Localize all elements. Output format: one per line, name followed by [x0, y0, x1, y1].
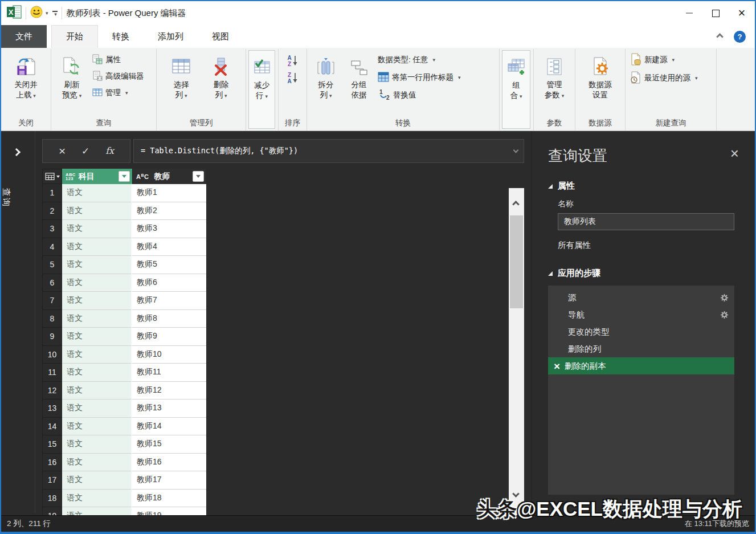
subject-cell[interactable]: 语文 [62, 238, 132, 256]
teacher-cell[interactable]: 教师1 [132, 184, 206, 202]
applied-step[interactable]: 更改的类型 [548, 323, 734, 340]
manage-parameters-button[interactable]: 管理 参数 [536, 50, 573, 101]
tab-home[interactable]: 开始 [51, 25, 98, 48]
table-row[interactable]: 9 语文 教师9 [42, 328, 206, 346]
table-row[interactable]: 7 语文 教师7 [42, 292, 206, 310]
teacher-cell[interactable]: 教师15 [132, 435, 206, 454]
column-header-teacher[interactable]: 教师 [132, 169, 206, 184]
properties-button[interactable]: 属性 [92, 54, 144, 66]
maximize-button[interactable] [702, 1, 729, 25]
data-type-button[interactable]: 数据类型: 任意 [378, 54, 461, 66]
choose-columns-button[interactable]: 选择 列 [163, 50, 199, 101]
teacher-cell[interactable]: 教师14 [132, 418, 206, 436]
smiley-feedback-button[interactable] [30, 6, 48, 21]
table-row[interactable]: 16 语文 教师16 [42, 454, 206, 472]
teacher-cell[interactable]: 教师3 [132, 220, 206, 238]
subject-cell[interactable]: 语文 [62, 202, 132, 221]
table-row[interactable]: 12 语文 教师12 [42, 382, 206, 400]
queries-pane-label[interactable]: 查询 [1, 188, 11, 207]
close-and-load-button[interactable]: 关闭并 上载 [3, 50, 48, 101]
query-name-input[interactable] [558, 213, 734, 230]
subject-cell[interactable]: 语文 [62, 346, 132, 364]
minimize-button[interactable] [676, 1, 702, 25]
teacher-cell[interactable]: 教师17 [132, 471, 206, 490]
filter-button-teacher[interactable] [193, 171, 204, 182]
group-by-button[interactable]: 分组 依据 [342, 50, 375, 100]
close-panel-button[interactable] [730, 146, 739, 161]
subject-cell[interactable]: 语文 [62, 328, 132, 346]
teacher-cell[interactable]: 教师11 [132, 364, 206, 382]
table-row[interactable]: 13 语文 教师13 [42, 400, 206, 418]
help-button[interactable] [734, 31, 746, 43]
subject-cell[interactable]: 语文 [62, 274, 132, 292]
formula-fx-button[interactable] [105, 145, 114, 157]
teacher-cell[interactable]: 教师5 [132, 256, 206, 274]
use-first-row-as-headers-button[interactable]: 将第一行用作标题 [378, 71, 461, 84]
advanced-editor-button[interactable]: 高级编辑器 [92, 70, 144, 83]
sort-ascending-button[interactable]: AZ [284, 54, 301, 67]
sort-descending-button[interactable]: ZA [284, 71, 301, 84]
customize-quick-access-button[interactable] [52, 11, 58, 16]
split-column-button[interactable]: 拆分 列 [309, 50, 342, 101]
table-row[interactable]: 14 语文 教师14 [42, 418, 206, 436]
properties-section-header[interactable]: 属性 [548, 181, 739, 191]
column-header-subject[interactable]: 科目 [62, 169, 132, 184]
subject-cell[interactable]: 语文 [62, 490, 132, 508]
subject-cell[interactable]: 语文 [62, 400, 132, 418]
manage-button[interactable]: 管理 [92, 87, 144, 99]
table-row[interactable]: 4 语文 教师4 [42, 238, 206, 256]
table-row[interactable]: 2 语文 教师2 [42, 202, 206, 221]
teacher-cell[interactable]: 教师4 [132, 238, 206, 256]
formula-cancel-button[interactable] [59, 144, 66, 158]
formula-accept-button[interactable] [81, 145, 89, 157]
table-row[interactable]: 8 语文 教师8 [42, 310, 206, 328]
tab-add-column[interactable]: 添加列 [144, 25, 198, 48]
table-row[interactable]: 6 语文 教师6 [42, 274, 206, 292]
subject-cell[interactable]: 语文 [62, 418, 132, 436]
tab-transform[interactable]: 转换 [98, 25, 144, 48]
formula-input[interactable] [133, 139, 524, 163]
reduce-rows-button[interactable]: 减少 行 [248, 50, 275, 129]
table-row[interactable]: 18 语文 教师18 [42, 490, 206, 508]
step-settings-gear-icon[interactable] [720, 311, 729, 321]
collapse-ribbon-button[interactable] [716, 33, 724, 40]
scrollbar-thumb[interactable] [510, 215, 523, 308]
subject-cell[interactable]: 语文 [62, 220, 132, 238]
refresh-preview-button[interactable]: 刷新 预览 [54, 50, 90, 101]
all-properties-link[interactable]: 所有属性 [558, 240, 739, 251]
teacher-cell[interactable]: 教师16 [132, 454, 206, 472]
scroll-up-icon[interactable] [512, 201, 520, 208]
table-row[interactable]: 10 语文 教师10 [42, 346, 206, 364]
step-settings-gear-icon[interactable] [720, 294, 729, 304]
subject-cell[interactable]: 语文 [62, 471, 132, 490]
teacher-cell[interactable]: 教师13 [132, 400, 206, 418]
subject-cell[interactable]: 语文 [62, 292, 132, 310]
teacher-cell[interactable]: 教师12 [132, 382, 206, 400]
subject-cell[interactable]: 语文 [62, 382, 132, 400]
teacher-cell[interactable]: 教师2 [132, 202, 206, 221]
subject-cell[interactable]: 语文 [62, 256, 132, 274]
vertical-scrollbar[interactable] [509, 188, 524, 517]
applied-step[interactable]: 源 [548, 289, 734, 306]
applied-step[interactable]: 删除的列 [548, 340, 734, 357]
data-source-settings-button[interactable]: 数据源 设置 [578, 50, 623, 100]
tab-view[interactable]: 视图 [198, 25, 243, 48]
teacher-cell[interactable]: 教师10 [132, 346, 206, 364]
table-row[interactable]: 15 语文 教师15 [42, 435, 206, 454]
filter-button-subject[interactable] [118, 171, 130, 182]
table-menu-button[interactable] [42, 169, 62, 184]
subject-cell[interactable]: 语文 [62, 184, 132, 202]
teacher-cell[interactable]: 教师9 [132, 328, 206, 346]
applied-step[interactable]: 删除的副本 [548, 357, 734, 374]
table-row[interactable]: 1 语文 教师1 [42, 184, 206, 202]
subject-cell[interactable]: 语文 [62, 310, 132, 328]
teacher-cell[interactable]: 教师8 [132, 310, 206, 328]
table-row[interactable]: 5 语文 教师5 [42, 256, 206, 274]
expand-queries-chevron-icon[interactable] [13, 148, 21, 156]
table-row[interactable]: 11 语文 教师11 [42, 364, 206, 382]
teacher-cell[interactable]: 教师7 [132, 292, 206, 310]
combine-button[interactable]: 组 合 [502, 50, 530, 129]
subject-cell[interactable]: 语文 [62, 454, 132, 472]
teacher-cell[interactable]: 教师6 [132, 274, 206, 292]
teacher-cell[interactable]: 教师18 [132, 490, 206, 508]
